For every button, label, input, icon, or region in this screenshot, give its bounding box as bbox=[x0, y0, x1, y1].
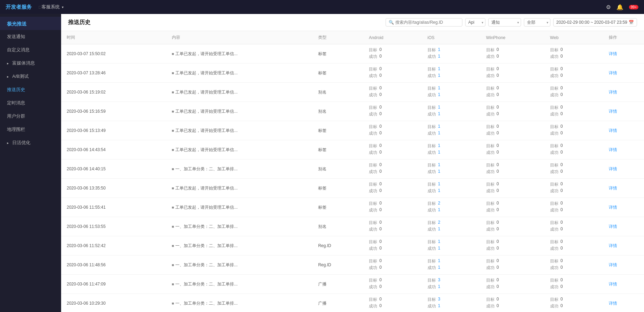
cell-time-3: 2020-03-06 15:16:59 bbox=[61, 102, 166, 121]
all-filter-select[interactable]: 全部 Android iOS bbox=[524, 18, 550, 27]
content-icon: ■ bbox=[172, 128, 174, 133]
search-box[interactable]: 🔍 bbox=[386, 18, 462, 27]
cell-content-3: ■工单已发起，请开始受理工单信... bbox=[166, 102, 313, 121]
col-android: Android bbox=[363, 31, 422, 44]
cell-content-11: ■一、加工单分类：二、加工单排... bbox=[166, 255, 313, 275]
table-row: 2020-03-06 14:43:54 ■工单已发起，请开始受理工单信... 标… bbox=[61, 140, 644, 159]
content-icon: ■ bbox=[172, 186, 174, 190]
cell-content-4: ■工单已发起，请开始受理工单信... bbox=[166, 121, 313, 140]
cell-ios-4: 目标1 成功1 bbox=[422, 121, 481, 140]
detail-link-11[interactable]: 详情 bbox=[609, 262, 617, 267]
cell-android-6: 目标0 成功0 bbox=[363, 159, 422, 179]
cell-android-4: 目标0 成功0 bbox=[363, 121, 422, 140]
sidebar-item-ab-test[interactable]: ▸ A/B测试 bbox=[0, 70, 61, 83]
detail-link-12[interactable]: 详情 bbox=[609, 282, 617, 287]
sidebar-item-send-notify[interactable]: 发送通知 bbox=[0, 30, 61, 43]
sidebar-item-label: A/B测试 bbox=[12, 73, 29, 80]
topbar-icon-box: □ bbox=[39, 5, 42, 10]
cell-web-12: 目标0 成功0 bbox=[544, 275, 603, 294]
notification-icon[interactable]: 🔔 bbox=[616, 4, 623, 10]
sidebar-item-rich-media[interactable]: ▸ 富媒体消息 bbox=[0, 57, 61, 70]
api-filter-select[interactable]: Api 手动 bbox=[465, 18, 485, 27]
cell-content-6: ■一、加工单分类：二、加工单排... bbox=[166, 159, 313, 179]
cell-time-13: 2020-03-06 10:29:30 bbox=[61, 294, 166, 312]
sidebar-item-push-history[interactable]: 推送历史 bbox=[0, 83, 61, 96]
cell-action-12: 详情 bbox=[603, 275, 644, 294]
sidebar-item-label: 发送通知 bbox=[7, 34, 25, 40]
col-winphone: WinPhone bbox=[481, 31, 544, 44]
date-range-picker[interactable]: 2020-02-29 00:00 ~ 2020-03-07 23:59 📅 bbox=[553, 18, 637, 27]
search-input[interactable] bbox=[395, 20, 459, 25]
cell-winphone-0: 目标0 成功0 bbox=[481, 44, 544, 64]
cell-android-5: 目标0 成功0 bbox=[363, 140, 422, 159]
cell-content-8: ■工单已发起，请开始受理工单信... bbox=[166, 198, 313, 217]
cell-ios-9: 目标2 成功1 bbox=[422, 217, 481, 236]
sidebar-item-label: 定时消息 bbox=[7, 100, 25, 106]
cell-content-2: ■工单已发起，请开始受理工单信... bbox=[166, 83, 313, 102]
cell-time-6: 2020-03-06 14:40:15 bbox=[61, 159, 166, 179]
system-arrow: ▾ bbox=[62, 5, 64, 9]
page-header: 推送历史 🔍 Api 手动 通知 自定义消息 bbox=[61, 14, 644, 31]
sidebar-item-user-segment[interactable]: 用户分群 bbox=[0, 110, 61, 123]
system-selector[interactable]: 客服系统 ▾ bbox=[42, 4, 64, 10]
content-icon: ■ bbox=[172, 224, 174, 229]
detail-link-6[interactable]: 详情 bbox=[609, 166, 617, 171]
main-layout: 极光推送 发送通知 自定义消息 ▸ 富媒体消息 ▸ A/B测试 推送历史 定时消… bbox=[0, 14, 644, 312]
detail-link-7[interactable]: 详情 bbox=[609, 186, 617, 191]
header-controls: 🔍 Api 手动 通知 自定义消息 bbox=[386, 18, 637, 27]
topbar: 开发者服务 □ 客服系统 ▾ ⚙ 🔔 99+ bbox=[0, 0, 644, 14]
sidebar-item-custom-msg[interactable]: 自定义消息 bbox=[0, 43, 61, 57]
sidebar-item-label: 地理围栏 bbox=[7, 126, 25, 133]
all-filter-wrapper[interactable]: 全部 Android iOS bbox=[524, 18, 550, 27]
cell-winphone-13: 目标0 成功0 bbox=[481, 294, 544, 312]
notify-filter-select[interactable]: 通知 自定义消息 bbox=[488, 18, 521, 27]
cell-winphone-8: 目标0 成功0 bbox=[481, 198, 544, 217]
cell-content-9: ■一、加工单分类：二、加工单排... bbox=[166, 217, 313, 236]
content-icon: ■ bbox=[172, 263, 174, 267]
sidebar-item-label: 用户分群 bbox=[7, 113, 25, 119]
sidebar-item-scheduled-msg[interactable]: 定时消息 bbox=[0, 96, 61, 110]
cell-winphone-4: 目标0 成功0 bbox=[481, 121, 544, 140]
cell-android-13: 目标0 成功0 bbox=[363, 294, 422, 312]
cell-action-9: 详情 bbox=[603, 217, 644, 236]
search-icon: 🔍 bbox=[389, 20, 394, 25]
expand-arrow-icon: ▸ bbox=[7, 61, 9, 65]
cell-web-13: 目标0 成功0 bbox=[544, 294, 603, 312]
detail-link-8[interactable]: 详情 bbox=[609, 205, 617, 210]
table-row: 2020-03-06 14:40:15 ■一、加工单分类：二、加工单排... 别… bbox=[61, 159, 644, 179]
cell-content-5: ■工单已发起，请开始受理工单信... bbox=[166, 140, 313, 159]
table-row: 2020-03-07 15:50:02 ■工单已发起，请开始受理工单信... 标… bbox=[61, 44, 644, 64]
table-row: 2020-03-06 11:48:56 ■一、加工单分类：二、加工单排... R… bbox=[61, 255, 644, 275]
detail-link-1[interactable]: 详情 bbox=[609, 70, 617, 75]
cell-action-8: 详情 bbox=[603, 198, 644, 217]
content-icon: ■ bbox=[172, 109, 174, 113]
detail-link-0[interactable]: 详情 bbox=[609, 51, 617, 56]
cell-ios-11: 目标1 成功1 bbox=[422, 255, 481, 275]
col-web: Web bbox=[544, 31, 603, 44]
detail-link-5[interactable]: 详情 bbox=[609, 147, 617, 152]
detail-link-13[interactable]: 详情 bbox=[609, 301, 617, 306]
cell-web-6: 目标0 成功0 bbox=[544, 159, 603, 179]
detail-link-9[interactable]: 详情 bbox=[609, 224, 617, 229]
cell-winphone-10: 目标0 成功0 bbox=[481, 236, 544, 255]
cell-time-10: 2020-03-06 11:52:42 bbox=[61, 236, 166, 255]
cell-winphone-11: 目标0 成功0 bbox=[481, 255, 544, 275]
sidebar-item-daily-active[interactable]: ▸ 日活优化 bbox=[0, 136, 61, 149]
sidebar-item-label: 富媒体消息 bbox=[12, 60, 35, 66]
settings-icon[interactable]: ⚙ bbox=[606, 4, 611, 10]
col-ios: iOS bbox=[422, 31, 481, 44]
cell-android-7: 目标0 成功0 bbox=[363, 179, 422, 198]
page-title: 推送历史 bbox=[68, 19, 90, 26]
detail-link-2[interactable]: 详情 bbox=[609, 90, 617, 95]
detail-link-10[interactable]: 详情 bbox=[609, 243, 617, 248]
cell-action-4: 详情 bbox=[603, 121, 644, 140]
cell-action-13: 详情 bbox=[603, 294, 644, 312]
notify-filter-wrapper[interactable]: 通知 自定义消息 bbox=[488, 18, 521, 27]
detail-link-4[interactable]: 详情 bbox=[609, 128, 617, 133]
api-filter-wrapper[interactable]: Api 手动 bbox=[465, 18, 485, 27]
detail-link-3[interactable]: 详情 bbox=[609, 109, 617, 114]
sidebar-item-geofence[interactable]: 地理围栏 bbox=[0, 123, 61, 136]
cell-type-9: 别名 bbox=[313, 217, 363, 236]
cell-ios-5: 目标1 成功1 bbox=[422, 140, 481, 159]
cell-web-3: 目标0 成功0 bbox=[544, 102, 603, 121]
